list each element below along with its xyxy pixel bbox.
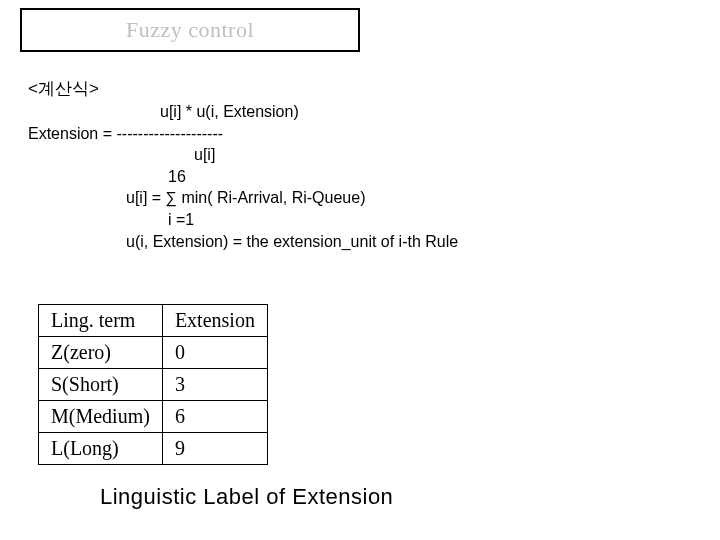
table-cell: 9	[162, 433, 267, 465]
extension-table: Ling. term Extension Z(zero) 0 S(Short) …	[38, 304, 268, 465]
formula-sum-upper: 16	[28, 166, 458, 188]
title-box: Fuzzy control	[20, 8, 360, 52]
formula-lhs: Extension = --------------------	[28, 123, 458, 145]
table-row: L(Long) 9	[39, 433, 268, 465]
table-cell: S(Short)	[39, 369, 163, 401]
table-caption: Linguistic Label of Extension	[100, 484, 393, 510]
table-cell: M(Medium)	[39, 401, 163, 433]
formula-denominator: u[i]	[28, 144, 458, 166]
formula-sum-lower: i =1	[28, 209, 458, 231]
table-cell: 3	[162, 369, 267, 401]
table-cell: L(Long)	[39, 433, 163, 465]
formula-numerator: u[i] * u(i, Extension)	[28, 101, 458, 123]
table-cell: 0	[162, 337, 267, 369]
formula-definition: u(i, Extension) = the extension_unit of …	[28, 231, 458, 253]
table-cell: 6	[162, 401, 267, 433]
extension-table-wrap: Ling. term Extension Z(zero) 0 S(Short) …	[38, 304, 268, 465]
table-row: S(Short) 3	[39, 369, 268, 401]
formula-heading: <계산식>	[28, 78, 458, 101]
table-cell: Z(zero)	[39, 337, 163, 369]
formula-block: <계산식> u[i] * u(i, Extension) Extension =…	[28, 78, 458, 252]
table-header-ext: Extension	[162, 305, 267, 337]
table-header-row: Ling. term Extension	[39, 305, 268, 337]
table-row: Z(zero) 0	[39, 337, 268, 369]
table-header-term: Ling. term	[39, 305, 163, 337]
page-title: Fuzzy control	[126, 17, 254, 43]
table-row: M(Medium) 6	[39, 401, 268, 433]
formula-sum-expr: u[i] = ∑ min( Ri-Arrival, Ri-Queue)	[28, 187, 458, 209]
